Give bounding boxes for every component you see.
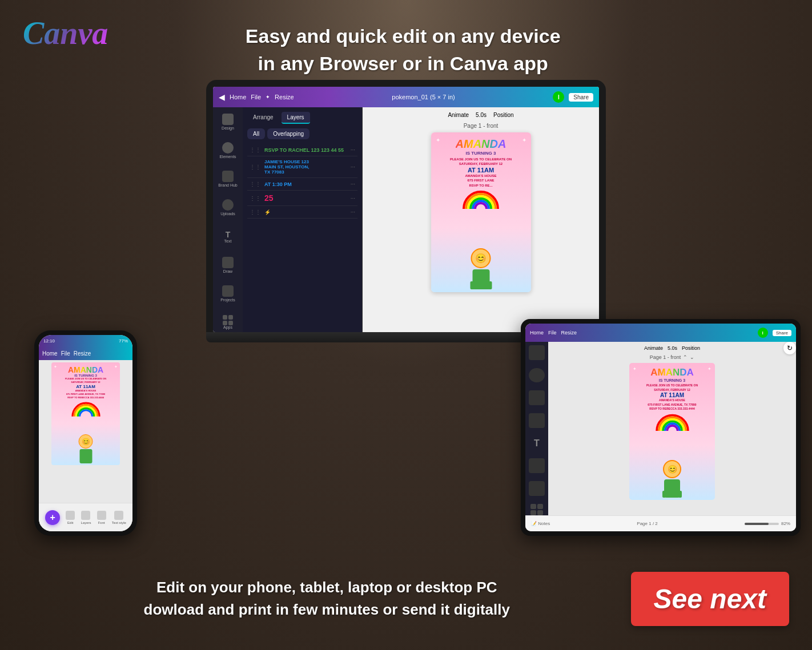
- tablet-animate[interactable]: Animate: [644, 345, 663, 351]
- tablet-refresh-btn[interactable]: ↻: [783, 342, 796, 354]
- phone-textstyle-icon[interactable]: Text style: [112, 511, 126, 524]
- tablet-nav-up[interactable]: ⌃: [683, 354, 688, 360]
- phone-home[interactable]: Home: [42, 350, 58, 357]
- tablet-duration[interactable]: 5.0s: [668, 345, 677, 351]
- phone-character: 😊: [79, 434, 93, 463]
- phone-resize[interactable]: Resize: [74, 350, 91, 357]
- tablet-draw-icon[interactable]: [529, 458, 545, 473]
- sidebar-elements[interactable]: Elements: [218, 140, 238, 160]
- duration-btn[interactable]: 5.0s: [476, 112, 487, 118]
- layer-menu-3[interactable]: ···: [351, 181, 355, 187]
- tablet-invitation: ✦ ✦ AMANDA IS TURNING 3 PLEASE JOIN US T…: [629, 363, 715, 500]
- tablet-page-num: Page 1 / 2: [637, 521, 657, 526]
- star-deco: ✦: [633, 366, 637, 372]
- tablet-projects-icon[interactable]: [529, 481, 545, 496]
- tab-details: PLEASE JOIN US TO CELEBRATE ONSATURDAY, …: [646, 383, 698, 392]
- tab-address: AMANDA'S HOUSE675 FIRST LANE AVENUE, TX …: [648, 398, 696, 411]
- footer-line2: dowload and print in few minutes or send…: [23, 599, 631, 621]
- phone: 12:10 77% Home File Resize ✦ ✦ AMANDA IS…: [34, 330, 137, 536]
- laptop-canvas: Animate 5.0s Position Page 1 - front ✦ ✦…: [363, 107, 599, 332]
- phone-canva-bar: Home File Resize: [39, 346, 132, 360]
- tablet-nav-down[interactable]: ⌄: [690, 354, 694, 360]
- star-deco: ✦: [114, 365, 118, 369]
- canvas-sub-toolbar: Animate 5.0s Position: [448, 112, 513, 118]
- tablet-page-label: Page 1 - front ⌃⌄: [650, 354, 695, 360]
- phone-font-icon[interactable]: Font: [97, 511, 106, 524]
- star-deco: ✦: [436, 137, 440, 143]
- tab-layers[interactable]: Layers: [282, 112, 310, 124]
- tablet-uploads-icon[interactable]: [529, 413, 545, 428]
- layer-menu-4[interactable]: ···: [351, 195, 355, 201]
- phone-file[interactable]: File: [61, 350, 70, 357]
- position-btn[interactable]: Position: [493, 112, 514, 118]
- sidebar-projects[interactable]: Projects: [218, 284, 238, 304]
- see-next-button[interactable]: See next: [631, 572, 789, 626]
- sidebar-apps[interactable]: Apps: [218, 313, 238, 332]
- tablet-elements-icon[interactable]: [529, 368, 545, 383]
- tablet-text-icon[interactable]: T: [529, 436, 545, 451]
- tablet-avatar: I: [758, 328, 768, 338]
- zoom-slider[interactable]: [745, 523, 779, 525]
- tab-arrange[interactable]: Arrange: [247, 112, 279, 124]
- tablet-apps-icon[interactable]: [530, 504, 543, 515]
- toolbar-resize[interactable]: Resize: [275, 94, 294, 100]
- tablet-body: T Animate 5.0s: [525, 342, 796, 515]
- tablet-share[interactable]: Share: [773, 330, 791, 336]
- phone-battery: 77%: [119, 338, 128, 344]
- canva-ui-laptop: ◀ Home File ✦ Resize pokemon_01 (5 × 7 i…: [213, 87, 599, 332]
- tablet: Home File Resize I Share T: [521, 319, 801, 536]
- star-deco: ✦: [522, 137, 526, 143]
- canva-body: Design Elements Brand Hub: [213, 107, 599, 332]
- inv-turning: IS TURNING 3: [466, 151, 496, 156]
- btn-all[interactable]: All: [247, 128, 265, 139]
- invitation-card-laptop: ✦ ✦ AMANDA IS TURNING 3 PLEASE JOIN US T…: [431, 132, 531, 292]
- phone-invitation: ✦ ✦ AMANDA IS TURNING 3 PLEASE JOIN US T…: [51, 362, 120, 465]
- layer-item: ⋮⋮ RSVP TO RACHEL 123 123 44 55 ···: [247, 144, 357, 156]
- phone-edit-icon[interactable]: Edit: [66, 511, 75, 524]
- ph-details: PLEASE JOIN US TO CELEBRATE ONSATURDAY, …: [65, 377, 106, 384]
- toolbar-file[interactable]: File: [251, 94, 261, 100]
- layer-menu-2[interactable]: ···: [351, 164, 355, 170]
- sidebar-text[interactable]: T Text: [218, 227, 238, 246]
- tablet-position[interactable]: Position: [682, 345, 700, 351]
- tablet-toolbar: Home File Resize I Share: [525, 324, 796, 342]
- tablet-brand-icon[interactable]: [529, 390, 545, 405]
- drag-handle: ⋮⋮: [250, 181, 261, 187]
- tablet-home[interactable]: Home: [530, 330, 544, 336]
- laptop-sidebar: Design Elements Brand Hub: [213, 107, 243, 332]
- phone-canvas: ✦ ✦ AMANDA IS TURNING 3 PLEASE JOIN US T…: [39, 360, 132, 503]
- layer-menu-5[interactable]: ···: [351, 209, 355, 215]
- drag-handle: ⋮⋮: [250, 147, 261, 153]
- phone-layers-icon[interactable]: Layers: [81, 511, 91, 524]
- share-button[interactable]: Share: [569, 93, 593, 102]
- tablet-resize[interactable]: Resize: [561, 330, 577, 336]
- page-footer: Edit on your phone, tablet, laptop or de…: [0, 547, 812, 650]
- tablet-design-icon[interactable]: [529, 345, 545, 360]
- animate-btn[interactable]: Animate: [448, 112, 469, 118]
- toolbar-title: pokemon_01 (5 × 7 in): [299, 94, 549, 100]
- layer-item: ⋮⋮ ⚡ ···: [247, 206, 357, 219]
- sidebar-design[interactable]: Design: [218, 112, 238, 131]
- header-text: Easy and quick edit on any device in any…: [108, 17, 698, 77]
- tablet-canvas: Animate 5.0s Position Page 1 - front ⌃⌄ …: [548, 342, 796, 515]
- panel-buttons: All Overlapping: [247, 128, 357, 139]
- laptop: ◀ Home File ✦ Resize pokemon_01 (5 × 7 i…: [206, 80, 606, 342]
- tablet-character: 😊: [663, 460, 681, 498]
- phone-screen: 12:10 77% Home File Resize ✦ ✦ AMANDA IS…: [39, 335, 132, 531]
- rainbow-svg: [461, 189, 501, 209]
- phone-outer: 12:10 77% Home File Resize ✦ ✦ AMANDA IS…: [34, 330, 137, 536]
- tab-turning: IS TURNING 3: [659, 378, 685, 382]
- phone-fab[interactable]: +: [45, 510, 60, 525]
- sidebar-draw[interactable]: Draw: [218, 255, 238, 274]
- tablet-file[interactable]: File: [548, 330, 557, 336]
- toolbar-home[interactable]: Home: [230, 94, 246, 100]
- drag-handle: ⋮⋮: [250, 164, 261, 170]
- tablet-notes[interactable]: 📝 Notes: [531, 521, 550, 526]
- inv-name: AMANDA: [456, 138, 507, 150]
- tablet-zoom-controls: 82%: [745, 521, 790, 526]
- btn-overlapping[interactable]: Overlapping: [267, 128, 309, 139]
- sidebar-brand[interactable]: Brand Hub: [218, 169, 238, 189]
- sidebar-uploads[interactable]: Uploads: [218, 198, 238, 217]
- star-deco: ✦: [54, 365, 57, 369]
- layer-menu-1[interactable]: ···: [351, 147, 355, 153]
